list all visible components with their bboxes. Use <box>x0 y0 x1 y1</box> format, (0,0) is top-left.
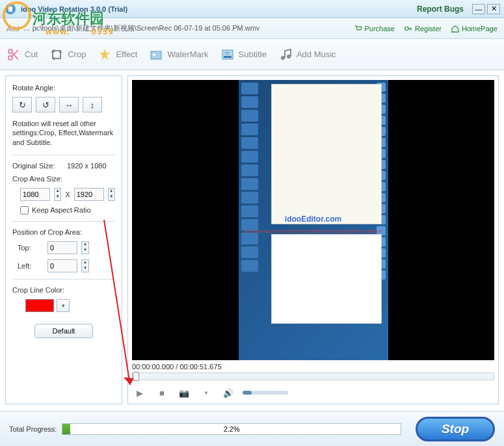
video-preview: idooEditor.com Buy full version to avoid… <box>132 80 494 360</box>
music-icon <box>278 47 293 62</box>
close-button[interactable]: ✕ <box>487 4 500 14</box>
stop-button[interactable]: Stop <box>416 417 495 441</box>
play-button[interactable]: ▶ <box>132 386 148 400</box>
seek-bar[interactable] <box>132 373 494 380</box>
purchase-link[interactable]: Purchase <box>354 24 395 33</box>
home-icon <box>451 24 460 33</box>
app-logo-icon <box>4 3 17 16</box>
svg-point-4 <box>405 27 408 30</box>
crop-area-size-label: Crop Area Size: <box>12 175 115 183</box>
scissors-icon <box>7 47 21 62</box>
file-path: … pc\tools\桌面\新建文件夹\新视频\ScreenRec 06-07-… <box>23 23 345 33</box>
progress-bar: 2.2% <box>62 423 401 435</box>
svg-rect-11 <box>224 56 232 58</box>
left-label: Left: <box>18 262 44 270</box>
keep-aspect-ratio-checkbox[interactable]: Keep Aspect Ratio <box>20 206 115 215</box>
seek-thumb[interactable] <box>133 372 139 381</box>
crop-width-spinner[interactable]: ▲▼ <box>54 188 61 201</box>
x-separator: X <box>65 190 70 198</box>
crop-top-spinner[interactable]: ▲▼ <box>81 241 89 254</box>
titlebar: idoo Video Rotation 3.0.0 (Trial) Report… <box>0 0 504 18</box>
watermark-tool[interactable]: WaterMark <box>149 47 208 62</box>
snapshot-button[interactable]: 📷 <box>176 386 192 400</box>
add-music-tool[interactable]: Add Music <box>278 47 336 62</box>
volume-icon[interactable]: 🔊 <box>220 386 236 400</box>
cut-tool[interactable]: Cut <box>7 47 38 62</box>
crop-color-swatch <box>25 299 54 312</box>
main-toolbar: Cut Crop Effect WaterMark STSubtitle Add… <box>0 39 504 70</box>
snapshot-dropdown[interactable]: ▼ <box>198 386 214 400</box>
crop-color-dropdown[interactable]: ▾ <box>57 299 70 312</box>
top-label: Top: <box>18 244 44 252</box>
watermark-icon <box>149 47 163 62</box>
homepage-link[interactable]: HomePage <box>451 24 497 33</box>
cart-icon <box>354 24 363 33</box>
crop-height-spinner[interactable]: ▲▼ <box>108 188 115 201</box>
window-title: idoo Video Rotation 3.0.0 (Trial) <box>21 5 417 13</box>
original-size-label: Original Size: <box>12 162 63 170</box>
minimize-button[interactable]: — <box>472 4 485 14</box>
crop-left-input[interactable] <box>47 259 77 272</box>
rotate-angle-label: Rotate Angle: <box>12 84 115 92</box>
crop-height-input[interactable] <box>74 188 104 201</box>
original-size-value: 1920 x 1080 <box>67 162 107 170</box>
crop-left-spinner[interactable]: ▲▼ <box>81 259 89 272</box>
path-bar: Add … pc\tools\桌面\新建文件夹\新视频\ScreenRec 06… <box>0 18 504 39</box>
crop-top-input[interactable] <box>47 241 77 254</box>
editor-watermark: idooEditor.com <box>239 215 388 224</box>
default-button[interactable]: Default <box>34 324 93 338</box>
subtitle-icon: ST <box>220 47 235 62</box>
rotate-ccw-button[interactable]: ↺ <box>36 97 55 112</box>
star-icon <box>98 47 112 62</box>
settings-panel: Rotate Angle: ↻ ↺ ↔ ↕ Rotation will rese… <box>5 75 122 404</box>
flip-horizontal-button[interactable]: ↔ <box>59 97 79 112</box>
volume-slider[interactable] <box>243 391 288 395</box>
svg-text:ST: ST <box>225 51 230 55</box>
key-icon <box>404 24 413 33</box>
register-link[interactable]: Register <box>404 24 442 33</box>
time-display: 00:00:00.000 / 00:00:51.675 <box>132 363 494 371</box>
stop-playback-button[interactable]: ■ <box>154 386 170 400</box>
editor-watermark-sub: Buy full version to avoid the watermark … <box>239 228 388 234</box>
subtitle-tool[interactable]: STSubtitle <box>220 47 267 62</box>
progress-label: Total Progress: <box>9 425 57 433</box>
flip-vertical-button[interactable]: ↕ <box>83 97 102 112</box>
crop-icon <box>49 47 64 62</box>
footer-bar: Total Progress: 2.2% Stop <box>0 411 504 446</box>
svg-rect-8 <box>151 51 161 59</box>
add-label: Add <box>7 25 20 33</box>
svg-point-9 <box>153 53 155 56</box>
progress-text: 2.2% <box>62 424 401 434</box>
report-bugs-link[interactable]: Report Bugs <box>417 5 464 14</box>
svg-rect-3 <box>8 7 12 12</box>
crop-line-color-label: Crop Line Color: <box>12 286 115 294</box>
crop-tool[interactable]: Crop <box>49 47 86 62</box>
rotate-cw-button[interactable]: ↻ <box>12 97 32 112</box>
crop-width-input[interactable] <box>20 188 50 201</box>
effect-tool[interactable]: Effect <box>98 47 137 62</box>
playback-controls: ▶ ■ 📷 ▼ 🔊 <box>132 386 494 400</box>
preview-panel: idooEditor.com Buy full version to avoid… <box>127 75 499 404</box>
rotation-note: Rotation will reset all other settings:C… <box>12 119 115 147</box>
position-label: Position of Crop Area: <box>12 228 115 236</box>
